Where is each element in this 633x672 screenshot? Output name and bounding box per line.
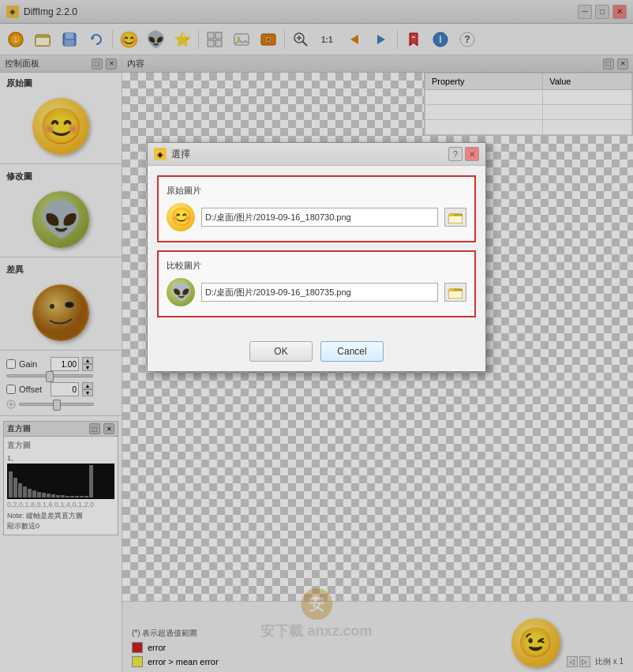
svg-rect-41 xyxy=(448,291,463,298)
compare-browse-button[interactable] xyxy=(444,283,466,302)
cancel-button[interactable]: Cancel xyxy=(320,341,384,362)
original-file-row: 😊 xyxy=(167,203,466,231)
svg-rect-39 xyxy=(448,214,454,216)
svg-rect-42 xyxy=(448,289,454,291)
ok-button[interactable]: OK xyxy=(249,341,313,362)
svg-rect-38 xyxy=(448,216,463,223)
original-section-label: 原始圖片 xyxy=(167,185,466,197)
dialog-title-bar: ◈ 選擇 ? ✕ xyxy=(148,143,485,166)
original-section: 原始圖片 😊 xyxy=(157,175,476,242)
compare-section-label: 比較圖片 xyxy=(167,260,466,272)
original-browse-button[interactable] xyxy=(444,208,466,227)
compare-path-input[interactable] xyxy=(201,283,438,302)
compare-file-row: 👽 xyxy=(167,278,466,306)
dialog-help-button[interactable]: ? xyxy=(448,147,463,161)
select-dialog: ◈ 選擇 ? ✕ 原始圖片 😊 比較圖片 xyxy=(147,142,486,372)
dialog-body: 原始圖片 😊 比較圖片 👽 xyxy=(148,166,485,335)
dialog-footer: OK Cancel xyxy=(148,335,485,371)
compare-file-icon: 👽 xyxy=(167,278,195,306)
original-path-input[interactable] xyxy=(201,208,438,227)
dialog-title: 選擇 xyxy=(171,148,448,161)
dialog-close-button[interactable]: ✕ xyxy=(465,147,479,161)
dialog-overlay: ◈ 選擇 ? ✕ 原始圖片 😊 比較圖片 xyxy=(0,0,633,672)
dialog-title-buttons: ? ✕ xyxy=(448,147,479,161)
compare-section: 比較圖片 👽 xyxy=(157,250,476,317)
dialog-icon: ◈ xyxy=(154,148,167,160)
original-file-icon: 😊 xyxy=(167,203,195,231)
